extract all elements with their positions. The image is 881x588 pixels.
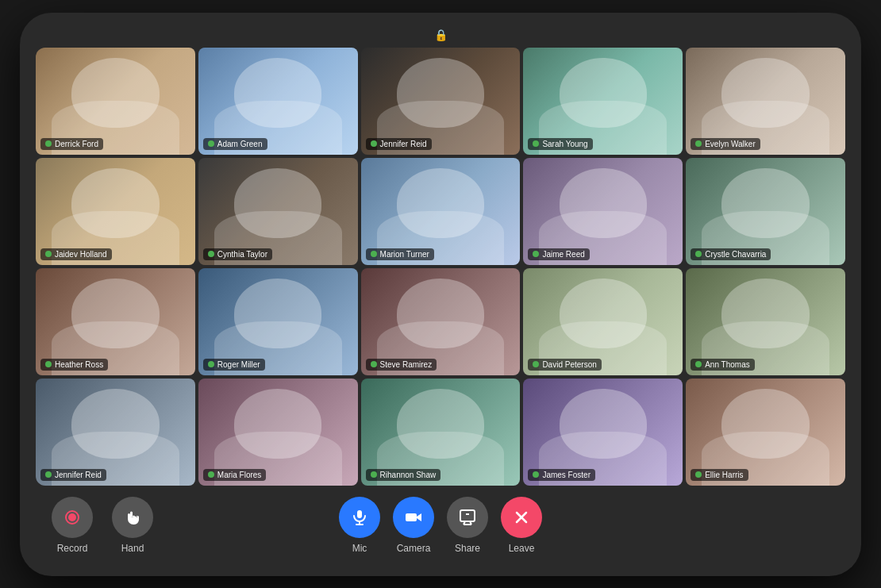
participant-name-tag: Adam Green [203, 138, 267, 150]
participant-name: Derrick Ford [55, 140, 98, 148]
mic-active-indicator [208, 361, 214, 367]
participant-name: Rihannon Shaw [380, 471, 437, 479]
svg-rect-4 [460, 510, 475, 521]
mic-active-indicator [533, 251, 539, 257]
participant-name-tag: Rihannon Shaw [366, 469, 441, 481]
camera-label: Camera [397, 543, 431, 554]
video-cell: Jaidev Holland [36, 158, 195, 265]
video-cell: David Peterson [523, 268, 683, 375]
mic-active-indicator [533, 361, 539, 367]
participant-name: Sarah Young [542, 140, 587, 148]
participant-name: Jennifer Reid [380, 140, 427, 148]
participant-name-tag: Heather Ross [40, 359, 108, 371]
mic-active-indicator [695, 471, 702, 478]
video-cell: Maria Flores [198, 379, 358, 486]
leave-button-circle[interactable] [501, 497, 542, 538]
leave-label: Leave [509, 543, 535, 554]
mic-button[interactable]: Mic [339, 497, 380, 554]
share-button[interactable]: Share [447, 497, 488, 554]
video-cell: James Foster [523, 379, 683, 486]
participant-name-tag: Jaime Reed [528, 248, 589, 260]
hand-label: Hand [121, 543, 144, 554]
video-cell: Evelyn Walker [686, 48, 845, 155]
participant-name-tag: Cynthia Taylor [203, 248, 272, 260]
participant-name: Jennifer Reid [55, 471, 102, 479]
toolbar-left-controls: Record Hand [52, 497, 153, 554]
video-grid: Derrick Ford Adam Green Jennifer Reid [36, 48, 845, 486]
leave-button[interactable]: Leave [501, 497, 542, 554]
participant-name: James Foster [542, 471, 591, 479]
participant-name: Jaidev Holland [55, 250, 107, 259]
camera-button-circle[interactable] [393, 497, 434, 538]
toolbar: Record Hand Mic [36, 486, 845, 560]
hand-button-circle[interactable] [112, 497, 153, 538]
mic-active-indicator [45, 140, 52, 147]
participant-name: Adam Green [217, 140, 263, 148]
record-label: Record [57, 543, 88, 554]
mic-active-indicator [208, 251, 214, 257]
participant-name-tag: David Peterson [528, 359, 601, 371]
mic-active-indicator [45, 361, 52, 367]
mic-active-indicator [371, 251, 377, 257]
participant-name: Maria Flores [217, 471, 262, 479]
participant-name: Crystle Chavarria [705, 250, 766, 259]
mic-active-indicator [208, 140, 214, 147]
mic-active-indicator [695, 361, 702, 367]
participant-name-tag: Crystle Chavarria [691, 248, 771, 260]
participant-name: Heather Ross [55, 360, 103, 369]
participant-name-tag: James Foster [528, 469, 595, 481]
video-cell: Jennifer Reid [36, 379, 195, 486]
record-button[interactable]: Record [52, 497, 93, 554]
video-cell: Ann Thomas [686, 268, 845, 375]
video-cell: Crystle Chavarria [686, 158, 845, 265]
video-cell: Jaime Reed [523, 158, 683, 265]
participant-name-tag: Maria Flores [203, 469, 267, 481]
participant-name: Evelyn Walker [705, 140, 756, 148]
participant-name-tag: Roger Miller [203, 359, 265, 371]
share-label: Share [455, 543, 480, 554]
video-cell: Cynthia Taylor [198, 158, 358, 265]
participant-name: Ellie Harris [705, 471, 743, 479]
share-button-circle[interactable] [447, 497, 488, 538]
mic-label: Mic [352, 543, 367, 554]
svg-rect-2 [357, 510, 362, 518]
mic-active-indicator [695, 140, 702, 147]
video-cell: Heather Ross [36, 268, 195, 375]
participant-name: Steve Ramirez [380, 360, 433, 369]
participant-name: Jaime Reed [542, 250, 584, 259]
participant-name-tag: Marion Turner [366, 248, 434, 260]
lock-icon: 🔒 [36, 29, 845, 41]
video-cell: Sarah Young [523, 48, 683, 155]
svg-point-1 [68, 513, 76, 521]
video-cell: Steve Ramirez [361, 268, 521, 375]
video-cell: Jennifer Reid [361, 48, 521, 155]
video-cell: Ellie Harris [686, 379, 845, 486]
video-cell: Adam Green [198, 48, 358, 155]
record-button-circle[interactable] [52, 497, 93, 538]
mic-active-indicator [45, 251, 52, 257]
camera-button[interactable]: Camera [393, 497, 434, 554]
video-cell: Marion Turner [361, 158, 521, 265]
participant-name-tag: Evelyn Walker [691, 138, 760, 150]
participant-name: Cynthia Taylor [217, 250, 267, 259]
video-cell: Roger Miller [198, 268, 358, 375]
mic-active-indicator [208, 471, 214, 478]
participant-name-tag: Jennifer Reid [366, 138, 432, 150]
mic-active-indicator [533, 140, 539, 147]
participant-name-tag: Derrick Ford [40, 138, 103, 150]
participant-name-tag: Steve Ramirez [366, 359, 437, 371]
participant-name: Roger Miller [217, 360, 260, 369]
mic-active-indicator [533, 471, 539, 478]
mic-button-circle[interactable] [339, 497, 380, 538]
svg-rect-3 [406, 513, 417, 521]
mic-active-indicator [371, 140, 377, 147]
mic-active-indicator [371, 471, 377, 478]
mic-active-indicator [371, 361, 377, 367]
participant-name: Ann Thomas [705, 360, 750, 369]
participant-name: Marion Turner [380, 250, 429, 259]
participant-name: David Peterson [542, 360, 596, 369]
video-cell: Rihannon Shaw [361, 379, 521, 486]
video-cell: Derrick Ford [36, 48, 195, 155]
participant-name-tag: Ann Thomas [691, 359, 755, 371]
hand-button[interactable]: Hand [112, 497, 153, 554]
